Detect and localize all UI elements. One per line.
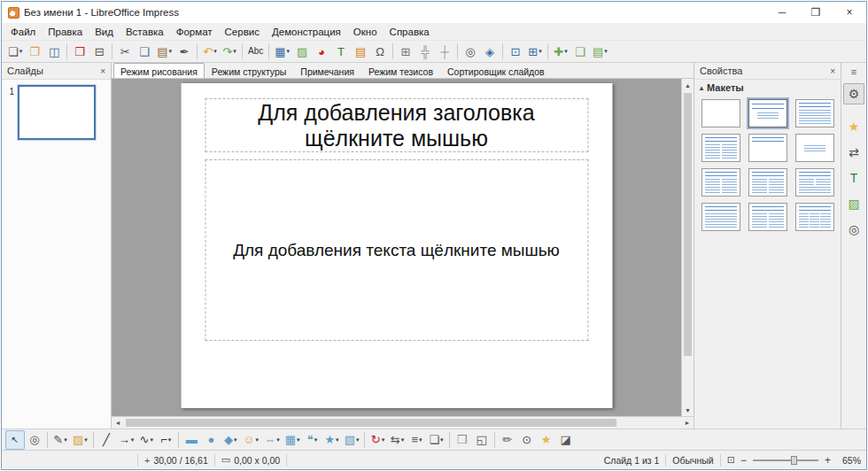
layout-title-content-over-content[interactable]: [701, 203, 740, 231]
zoom-button[interactable]: ◎: [461, 42, 480, 61]
layout-title-2content-over-content[interactable]: [795, 168, 834, 197]
glue-points-button[interactable]: ⊙: [517, 430, 537, 450]
hscroll-thumb[interactable]: [126, 419, 616, 427]
sidebar-menu-tab[interactable]: ≡: [843, 65, 864, 79]
slide[interactable]: Для добавления заголовка щёлкните мышью …: [181, 83, 612, 408]
align-button[interactable]: ≡▾: [407, 430, 426, 450]
properties-tab[interactable]: ⚙: [843, 83, 864, 104]
save-button[interactable]: ◫: [44, 42, 64, 61]
menu-item[interactable]: Окно: [347, 25, 384, 39]
insert-line-button[interactable]: ╱: [97, 430, 116, 450]
duplicate-slide-button[interactable]: ❑: [570, 42, 590, 61]
shadow-button[interactable]: ❒: [453, 430, 472, 450]
3d-objects-button[interactable]: ▧▾: [342, 430, 362, 450]
redo-button[interactable]: ↷▾: [220, 42, 239, 61]
layout-centered-text[interactable]: [795, 134, 834, 162]
view-tab[interactable]: Режим рисования: [113, 63, 205, 78]
print-button[interactable]: ⊟: [89, 42, 109, 61]
slide-transition-tab[interactable]: ⇄: [843, 142, 864, 163]
slides-panel-close-icon[interactable]: ×: [100, 66, 105, 76]
view-tab[interactable]: Примечания: [293, 63, 361, 78]
restore-button[interactable]: ❐: [799, 2, 833, 23]
curve-button[interactable]: ∿▾: [136, 430, 156, 450]
fill-color-button[interactable]: ▨▾: [70, 430, 90, 450]
title-placeholder[interactable]: Для добавления заголовка щёлкните мышью: [205, 98, 588, 152]
export-pdf-button[interactable]: ❒: [70, 42, 89, 61]
menu-item[interactable]: Демонстрация: [266, 25, 347, 39]
zoom-percent[interactable]: 65%: [833, 455, 861, 466]
hscroll-track[interactable]: [124, 417, 681, 429]
body-placeholder[interactable]: Для добавления текста щёлкните мышью: [205, 159, 588, 341]
layout-title-2content-content[interactable]: [701, 168, 740, 197]
gallery-tab[interactable]: ▨: [843, 193, 864, 214]
layout-title-only[interactable]: [748, 134, 787, 162]
symbol-shapes-button[interactable]: ☺▾: [240, 430, 261, 450]
basic-shapes-button[interactable]: ◆▾: [221, 430, 240, 450]
navigator-button[interactable]: ◈: [480, 42, 500, 61]
rectangle-button[interactable]: ▬: [182, 430, 201, 450]
insert-chart-button[interactable]: ◕: [312, 42, 331, 61]
layouts-section-header[interactable]: ▴ Макеты: [694, 80, 841, 96]
view-tab[interactable]: Режим структуры: [205, 63, 293, 78]
undo-button[interactable]: ↶▾: [200, 42, 220, 61]
canvas[interactable]: Для добавления заголовка щёлкните мышью …: [112, 79, 681, 416]
menu-item[interactable]: Вид: [89, 25, 120, 39]
layout-title-content-2content[interactable]: [748, 168, 787, 197]
select-button[interactable]: ↖: [5, 430, 25, 450]
layout-title-2content[interactable]: [701, 134, 740, 162]
flip-button[interactable]: ⇆▾: [387, 430, 407, 450]
scroll-up-icon[interactable]: ▲: [682, 79, 694, 91]
cut-button[interactable]: ✂: [115, 42, 135, 61]
menu-item[interactable]: Справка: [384, 25, 436, 39]
zoom-out-button[interactable]: −: [739, 454, 748, 467]
view-tab[interactable]: Режим тезисов: [361, 63, 440, 78]
insert-special-char-button[interactable]: Ω: [370, 42, 390, 61]
scroll-down-icon[interactable]: ▼: [682, 404, 694, 416]
fontwork-button[interactable]: ★: [537, 430, 556, 450]
block-arrows-button[interactable]: ⇔▾: [261, 430, 283, 450]
connector-button[interactable]: ⌐▾: [156, 430, 175, 450]
minimize-button[interactable]: ─: [765, 2, 799, 23]
close-button[interactable]: ×: [833, 2, 866, 23]
zoom-fit-icon[interactable]: ⊡: [727, 454, 735, 466]
layout-title-6content[interactable]: [795, 203, 834, 231]
display-grid-button[interactable]: ⊞: [396, 42, 415, 61]
view-tab[interactable]: Сортировщик слайдов: [440, 63, 552, 78]
insert-textbox-button[interactable]: T: [331, 42, 351, 61]
copy-button[interactable]: ❑: [135, 42, 154, 61]
scroll-right-icon[interactable]: ►: [681, 417, 694, 429]
layout-blank[interactable]: [701, 99, 740, 127]
new-slide-button[interactable]: ✚▾: [551, 42, 570, 61]
line-color-button[interactable]: ✎▾: [50, 430, 70, 450]
styles-tab[interactable]: T: [843, 167, 864, 189]
stars-button[interactable]: ★▾: [322, 430, 341, 450]
helplines-while-moving-button[interactable]: ┼: [435, 42, 454, 61]
rotate-button[interactable]: ↻▾: [368, 430, 387, 450]
points-button[interactable]: ✏: [498, 430, 517, 450]
scroll-left-icon[interactable]: ◄: [112, 417, 124, 429]
zoom-slider[interactable]: [753, 459, 818, 461]
insert-header-footer-button[interactable]: ▤: [351, 42, 370, 61]
snap-guides-button[interactable]: ╬: [415, 42, 435, 61]
layout-title-4content[interactable]: [748, 203, 787, 231]
crop-button[interactable]: ◱: [472, 430, 492, 450]
open-button[interactable]: ❐: [25, 42, 44, 61]
sidebar-close-icon[interactable]: ×: [830, 66, 835, 76]
spelling-button[interactable]: Abc: [245, 42, 266, 61]
menu-item[interactable]: Формат: [170, 25, 219, 39]
extrusion-button[interactable]: ◪: [556, 430, 576, 450]
paste-button[interactable]: ▤▾: [154, 42, 174, 61]
start-from-first-slide-button[interactable]: ⊡: [506, 42, 525, 61]
zoom-in-button[interactable]: +: [823, 454, 833, 467]
animation-tab[interactable]: ★: [843, 116, 864, 137]
display-mode-button[interactable]: ⊞▾: [525, 42, 545, 61]
vscroll-track[interactable]: [682, 91, 694, 404]
slide-thumbnail[interactable]: [18, 85, 96, 140]
insert-image-button[interactable]: ▨: [292, 42, 312, 61]
horizontal-scrollbar[interactable]: ◄ ►: [112, 416, 694, 429]
vscroll-thumb[interactable]: [684, 93, 692, 356]
ellipse-button[interactable]: ●: [201, 430, 221, 450]
zoom-slider-thumb[interactable]: [791, 456, 797, 465]
insert-table-button[interactable]: ▦▾: [272, 42, 292, 61]
callouts-button[interactable]: ❝▾: [302, 430, 322, 450]
